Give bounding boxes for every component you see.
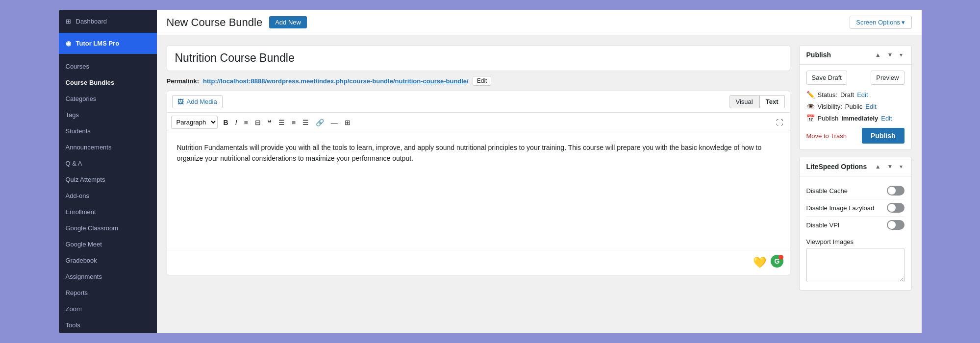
sidebar-item-courses[interactable]: Courses — [59, 58, 157, 74]
sidebar-item-reports[interactable]: Reports — [59, 285, 157, 301]
sidebar-item-categories[interactable]: Categories — [59, 91, 157, 107]
viewport-images-textarea[interactable] — [806, 248, 905, 282]
sidebar-announcements-label: Announcements — [66, 144, 112, 151]
litespeed-panel-header: LiteSpeed Options ▲ ▼ ▾ — [800, 157, 911, 176]
align-right-button[interactable]: ☰ — [300, 117, 312, 128]
publish-collapse-down-button[interactable]: ▼ — [885, 50, 895, 59]
sidebar-enrollment-label: Enrollment — [66, 208, 96, 216]
sidebar-courses-label: Courses — [66, 63, 89, 70]
preview-button[interactable]: Preview — [871, 71, 904, 85]
sidebar-item-quiz-attempts[interactable]: Quiz Attempts — [59, 172, 157, 188]
add-media-label: Add Media — [187, 98, 217, 105]
sidebar-item-gradebook[interactable]: Gradebook — [59, 252, 157, 269]
publish-close-button[interactable]: ▾ — [898, 50, 905, 59]
editor-text: Nutrition Fundamentals will provide you … — [177, 142, 780, 164]
editor-top-toolbar: 🖼 Add Media Visual Text — [167, 91, 790, 113]
permalink-link[interactable]: http://localhost:8888/wordpress.meet/ind… — [203, 77, 469, 85]
disable-vpi-label: Disable VPI — [806, 221, 840, 229]
sidebar-dashboard-label: Dashboard — [76, 18, 107, 25]
tab-text[interactable]: Text — [759, 95, 785, 108]
svg-point-2 — [779, 255, 783, 260]
sidebar-add-ons-label: Add-ons — [66, 192, 89, 199]
litespeed-panel: LiteSpeed Options ▲ ▼ ▾ Disable Cache — [799, 157, 912, 291]
editor-box: 🖼 Add Media Visual Text Paragraph — [167, 91, 790, 275]
right-sidebar: Publish ▲ ▼ ▾ Save Draft Preview — [799, 45, 912, 291]
sidebar-tutor-label: Tutor LMS Pro — [76, 40, 120, 47]
publish-button[interactable]: Publish — [862, 128, 905, 144]
add-media-icon: 🖼 — [177, 98, 184, 105]
paragraph-select[interactable]: Paragraph — [171, 116, 218, 129]
sidebar-google-meet-label: Google Meet — [66, 241, 102, 248]
sidebar-item-dashboard[interactable]: ⊞ Dashboard — [59, 10, 157, 33]
add-media-button[interactable]: 🖼 Add Media — [172, 95, 223, 108]
sidebar-google-classroom-label: Google Classroom — [66, 224, 119, 232]
move-to-trash-link[interactable]: Move to Trash — [806, 132, 847, 140]
dashboard-icon: ⊞ — [66, 18, 71, 25]
screen-options-button[interactable]: Screen Options ▾ — [850, 16, 911, 29]
editor-plugin-icon-2: G — [770, 254, 784, 271]
format-toolbar: Paragraph B I ≡ ⊟ ❝ ☰ ≡ ☰ 🔗 — ⊞ ⛶ — [167, 113, 790, 132]
main-content: New Course Bundle Add New Screen Options… — [157, 10, 922, 333]
permalink-label: Permalink: — [167, 77, 199, 85]
publish-time-row: 📅 Publish immediately Edit — [806, 114, 905, 122]
sidebar-item-google-meet[interactable]: Google Meet — [59, 236, 157, 252]
sidebar-item-course-bundles[interactable]: Course Bundles — [59, 74, 157, 91]
viewport-images-label: Viewport Images — [806, 238, 905, 245]
sidebar-item-announcements[interactable]: Announcements — [59, 139, 157, 155]
ordered-list-button[interactable]: ⊟ — [252, 117, 264, 128]
top-bar: New Course Bundle Add New Screen Options… — [157, 10, 922, 35]
sidebar-tags-label: Tags — [66, 111, 79, 119]
litespeed-collapse-up-button[interactable]: ▲ — [873, 162, 883, 171]
tutor-icon: ◉ — [66, 40, 71, 47]
publish-panel: Publish ▲ ▼ ▾ Save Draft Preview — [799, 45, 912, 150]
litespeed-close-button[interactable]: ▾ — [898, 162, 905, 171]
publish-panel-body: Save Draft Preview ✏️ Status: Draft Edit — [800, 65, 911, 149]
bold-button[interactable]: B — [221, 117, 231, 128]
horizontal-rule-button[interactable]: — — [328, 117, 341, 128]
litespeed-collapse-down-button[interactable]: ▼ — [885, 162, 895, 171]
publish-visibility-row: 👁️ Visibility: Public Edit — [806, 102, 905, 110]
sidebar-item-add-ons[interactable]: Add-ons — [59, 188, 157, 204]
link-button[interactable]: 🔗 — [313, 117, 327, 128]
sidebar-item-tags[interactable]: Tags — [59, 107, 157, 123]
sidebar-item-qa[interactable]: Q & A — [59, 155, 157, 172]
disable-cache-toggle[interactable] — [887, 186, 905, 196]
fullscreen-button[interactable]: ⛶ — [773, 117, 786, 128]
editor-content-area[interactable]: Nutrition Fundamentals will provide you … — [167, 132, 790, 250]
align-left-button[interactable]: ☰ — [276, 117, 288, 128]
visibility-value: Public — [845, 103, 862, 110]
sidebar-item-zoom[interactable]: Zoom — [59, 301, 157, 317]
disable-image-lazyload-label: Disable Image Lazyload — [806, 204, 875, 212]
unordered-list-button[interactable]: ≡ — [241, 117, 251, 128]
disable-image-lazyload-toggle[interactable] — [887, 203, 905, 213]
sidebar-item-assignments[interactable]: Assignments — [59, 269, 157, 285]
sidebar-zoom-label: Zoom — [66, 305, 82, 313]
sidebar-item-enrollment[interactable]: Enrollment — [59, 204, 157, 220]
tab-visual[interactable]: Visual — [729, 95, 759, 108]
permalink-end: / — [467, 77, 469, 85]
align-center-button[interactable]: ≡ — [289, 117, 299, 128]
publish-collapse-up-button[interactable]: ▲ — [873, 50, 883, 59]
add-new-button[interactable]: Add New — [269, 16, 307, 28]
litespeed-panel-controls: ▲ ▼ ▾ — [873, 162, 905, 171]
permalink-edit-button[interactable]: Edit — [473, 76, 492, 86]
italic-button[interactable]: I — [232, 117, 240, 128]
status-edit-link[interactable]: Edit — [857, 91, 868, 98]
sidebar-item-tools[interactable]: Tools — [59, 317, 157, 333]
publish-panel-title: Publish — [806, 51, 831, 59]
content-area: Permalink: http://localhost:8888/wordpre… — [157, 35, 922, 333]
page-title: New Course Bundle — [167, 16, 263, 29]
blockquote-button[interactable]: ❝ — [265, 117, 275, 128]
disable-vpi-toggle[interactable] — [887, 220, 905, 230]
top-bar-left: New Course Bundle Add New — [167, 16, 307, 29]
sidebar-item-tutor-lms[interactable]: ◉ Tutor LMS Pro — [59, 33, 157, 54]
visual-text-tabs: Visual Text — [729, 95, 785, 108]
sidebar-item-google-classroom[interactable]: Google Classroom — [59, 220, 157, 236]
post-title-input[interactable] — [167, 45, 790, 71]
sidebar-item-students[interactable]: Students — [59, 123, 157, 139]
visibility-edit-link[interactable]: Edit — [865, 103, 876, 110]
publish-time-edit-link[interactable]: Edit — [881, 115, 892, 122]
litespeed-option-disable-vpi: Disable VPI — [806, 217, 905, 233]
table-button[interactable]: ⊞ — [342, 117, 353, 128]
save-draft-button[interactable]: Save Draft — [806, 71, 847, 85]
